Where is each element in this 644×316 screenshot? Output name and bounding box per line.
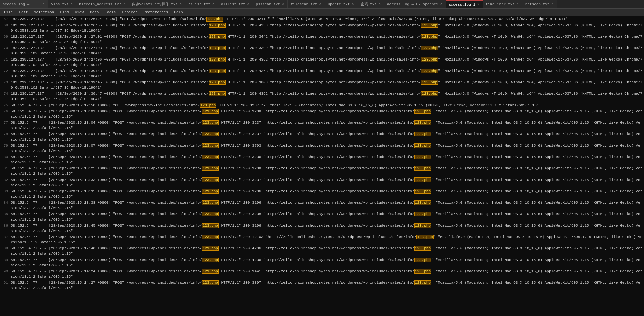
line-text[interactable]: 182.239.127.137 - - [28/Sep/2020:14:39:4… bbox=[11, 91, 644, 102]
menu-project[interactable]: Project bbox=[119, 10, 140, 15]
tab-access-log[interactable]: access.log — F... × bbox=[0, 0, 48, 8]
line-text[interactable]: 58.152.54.77 - - [28/Sep/2020:15:14:24 +… bbox=[11, 269, 644, 279]
line-text[interactable]: 58.152.54.77 - - [28/Sep/2020:15:13:35 +… bbox=[11, 189, 644, 199]
log-line: 8958.152.54.77 - - [28/Sep/2020:15:14:22… bbox=[0, 257, 644, 268]
tab-close-dlllist[interactable]: × bbox=[247, 2, 250, 6]
php-highlight: 123.php bbox=[414, 269, 431, 274]
menu-file[interactable]: File bbox=[1, 10, 15, 15]
log-line: 70182.239.127.137 - - [28/Sep/2020:14:27… bbox=[0, 45, 644, 56]
line-text[interactable]: 58.152.54.77 - - [28/Sep/2020:15:13:33 +… bbox=[11, 177, 644, 188]
line-text[interactable]: 182.239.127.137 - - [28/Sep/2020:14:27:0… bbox=[11, 57, 644, 68]
log-line: 8258.152.54.77 - - [28/Sep/2020:15:13:33… bbox=[0, 177, 644, 188]
line-text[interactable]: 182.239.127.137 - - [28/Sep/2020:14:39:4… bbox=[11, 80, 644, 90]
tab-close-access-log[interactable]: × bbox=[42, 2, 45, 6]
menu-selection[interactable]: Selection bbox=[31, 10, 57, 15]
line-number: 86 bbox=[0, 223, 11, 228]
line-number: 75 bbox=[0, 103, 11, 108]
php-highlight: 123.php bbox=[414, 258, 431, 262]
line-number: 74 bbox=[0, 91, 11, 96]
php-highlight: 123.php bbox=[414, 155, 431, 159]
line-text[interactable]: 58.152.54.77 - - [28/Sep/2020:15:12:50 +… bbox=[11, 103, 644, 108]
tab-label: dlllist.txt bbox=[221, 2, 245, 6]
tab-dlllist[interactable]: dlllist.txt × bbox=[218, 0, 253, 8]
menu-find[interactable]: Find bbox=[57, 10, 71, 15]
line-text[interactable]: 182.239.127.137 - - [28/Sep/2020:14:26:2… bbox=[11, 16, 644, 22]
php-highlight: 123.php bbox=[202, 246, 219, 251]
log-line: 72182.239.127.137 - - [28/Sep/2020:14:39… bbox=[0, 68, 644, 79]
tab-close-access-log-1[interactable]: × bbox=[477, 3, 480, 6]
tab-bitcoin[interactable]: bitcoin_address.txt × bbox=[76, 0, 129, 8]
php-highlight: 123.php bbox=[202, 212, 219, 216]
tab-vips[interactable]: vips.txt × bbox=[48, 0, 76, 8]
log-line: 8658.152.54.77 - - [28/Sep/2020:15:13:45… bbox=[0, 223, 644, 234]
line-text[interactable]: 58.152.54.77 - - [28/Sep/2020:15:14:22 +… bbox=[11, 257, 644, 268]
php-highlight: 123.php bbox=[414, 200, 431, 205]
php-highlight: 123.php bbox=[421, 91, 438, 96]
line-text[interactable]: 182.239.127.137 - - [28/Sep/2020:14:26:5… bbox=[11, 23, 644, 33]
menu-preferences[interactable]: Preferences bbox=[141, 10, 171, 15]
tab-close-volatility[interactable]: × bbox=[179, 2, 182, 6]
php-highlight: 123.php bbox=[414, 120, 431, 125]
line-number: 82 bbox=[0, 177, 11, 183]
line-text[interactable]: 58.152.54.77 - - [28/Sep/2020:15:17:40 +… bbox=[11, 246, 644, 256]
tab-label: timeliner.txt bbox=[486, 2, 515, 6]
line-text[interactable]: 58.152.54.77 - - [28/Sep/2020:15:13:04 +… bbox=[11, 131, 644, 142]
line-text[interactable]: 58.152.54.77 - - [28/Sep/2020:15:13:25 +… bbox=[11, 166, 644, 176]
php-highlight: 123.php bbox=[202, 120, 219, 125]
line-text[interactable]: 58.152.54.77 - - [28/Sep/2020:15:13:07 +… bbox=[11, 143, 644, 154]
tab-pslist[interactable]: pslist.txt × bbox=[185, 0, 218, 8]
tab-close-access-log-apache2[interactable]: × bbox=[440, 2, 443, 6]
line-text[interactable]: 182.239.127.137 - - [28/Sep/2020:14:39:4… bbox=[11, 68, 644, 79]
php-highlight: 123.php bbox=[209, 69, 226, 73]
line-text[interactable]: 58.152.54.77 - - [28/Sep/2020:15:13:45 +… bbox=[11, 223, 644, 234]
tab-access-log-1[interactable]: access.log 1 × bbox=[446, 0, 483, 8]
tab-label: 内存volatility操作.txt bbox=[132, 2, 178, 7]
line-text[interactable]: 58.152.54.77 - - [28/Sep/2020:15:13:01 +… bbox=[11, 109, 644, 119]
tab-mima[interactable]: 密码.txt × bbox=[358, 0, 384, 8]
tab-update[interactable]: Update.txt × bbox=[325, 0, 358, 8]
line-number: 80 bbox=[0, 154, 11, 160]
line-text[interactable]: 182.239.127.137 - - [28/Sep/2020:14:27:0… bbox=[11, 45, 644, 56]
menu-edit[interactable]: Edit bbox=[16, 10, 30, 15]
tab-close-update[interactable]: × bbox=[351, 2, 355, 6]
tab-close-netscan[interactable]: × bbox=[551, 2, 554, 6]
php-highlight: 123.php bbox=[414, 223, 431, 228]
php-highlight: 123.php bbox=[209, 23, 226, 28]
log-line: 7958.152.54.77 - - [28/Sep/2020:15:13:07… bbox=[0, 143, 644, 154]
line-text[interactable]: 58.152.54.77 - - [28/Sep/2020:15:13:04 +… bbox=[11, 120, 644, 131]
tab-volatility[interactable]: 内存volatility操作.txt × bbox=[129, 0, 185, 8]
line-text[interactable]: 58.152.54.77 - - [28/Sep/2020:15:14:27 +… bbox=[11, 280, 644, 291]
php-highlight: 123.php bbox=[414, 109, 431, 114]
php-highlight: 123.php bbox=[421, 69, 438, 73]
tab-close-timeliner[interactable]: × bbox=[516, 2, 519, 6]
line-number: 79 bbox=[0, 143, 11, 148]
line-number: 77 bbox=[0, 120, 11, 125]
tab-close-vips[interactable]: × bbox=[70, 2, 73, 6]
line-text[interactable]: 58.152.54.77 - - [28/Sep/2020:15:13:38 +… bbox=[11, 200, 644, 211]
menu-tools[interactable]: Tools bbox=[102, 10, 118, 15]
line-text[interactable]: 58.152.54.77 - - [28/Sep/2020:15:13:10 +… bbox=[11, 154, 644, 165]
line-text[interactable]: 58.152.54.77 - - [28/Sep/2020:15:13:47 +… bbox=[11, 234, 644, 245]
menu-help[interactable]: Help bbox=[171, 10, 185, 15]
php-highlight: 123.php bbox=[202, 166, 219, 171]
log-line: 71182.239.127.137 - - [28/Sep/2020:14:27… bbox=[0, 56, 644, 68]
menu-view[interactable]: View bbox=[72, 10, 87, 15]
tab-close-filescan[interactable]: × bbox=[318, 2, 322, 6]
tab-netscan[interactable]: netscan.txt × bbox=[522, 0, 557, 8]
line-text[interactable]: 58.152.54.77 - - [28/Sep/2020:15:13:43 +… bbox=[11, 211, 644, 222]
menu-goto[interactable]: Goto bbox=[87, 10, 101, 15]
php-highlight: 123.php bbox=[202, 269, 219, 274]
php-highlight: 123.php bbox=[414, 166, 431, 171]
tab-close-pssscan[interactable]: × bbox=[281, 2, 285, 6]
tab-pssscan[interactable]: pssscan.txt × bbox=[253, 0, 288, 8]
tab-close-bitcoin[interactable]: × bbox=[123, 2, 126, 6]
tab-close-mima[interactable]: × bbox=[378, 2, 381, 6]
tab-timeliner[interactable]: timeliner.txt × bbox=[483, 0, 522, 8]
tab-access-log-apache2[interactable]: access.log — F\.apache2 × bbox=[384, 0, 446, 8]
tab-filescan[interactable]: filescan.txt × bbox=[288, 0, 325, 8]
tab-label: bitcoin_address.txt bbox=[79, 2, 121, 6]
menu-bar: File Edit Selection Find View Goto Tools… bbox=[0, 9, 644, 16]
line-number: 78 bbox=[0, 131, 11, 137]
tab-close-pslist[interactable]: × bbox=[212, 2, 215, 6]
line-text[interactable]: 182.239.127.137 - - [28/Sep/2020:14:27:0… bbox=[11, 34, 644, 45]
